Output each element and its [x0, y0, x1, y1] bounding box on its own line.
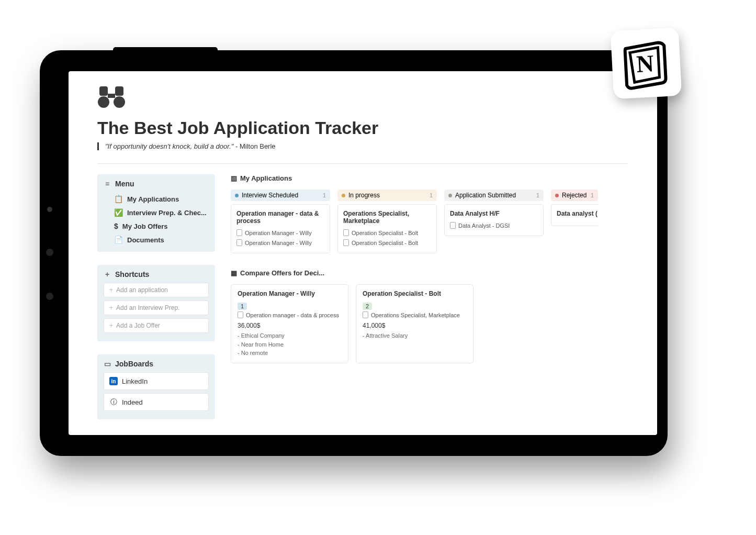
kanban-col-in-progress: In progress 1 Operations Specialist, Mar…: [337, 190, 437, 253]
col-title: Interview Scheduled: [242, 192, 298, 199]
compare-title: Operation Manager - Willy: [238, 290, 342, 297]
col-header[interactable]: Rejected 1: [551, 190, 598, 201]
tablet-frame: The Best Job Application Tracker "If opp…: [40, 50, 668, 456]
page-icon: [343, 239, 349, 246]
applications-section-title[interactable]: ▥ My Applications: [231, 174, 628, 182]
kanban-col-rejected: Rejected 1 Data analyst (: [551, 190, 598, 253]
screen: The Best Job Application Tracker "If opp…: [69, 71, 657, 435]
notion-logo-badge: N: [611, 28, 682, 99]
shortcut-label: Add an application: [116, 286, 168, 294]
card-title: Data Analyst H/F: [450, 210, 538, 217]
linkedin-icon: in: [109, 377, 118, 385]
clipboard-icon: 📋: [114, 195, 123, 203]
page-icon[interactable]: [97, 84, 628, 113]
menu-item-label: My Applications: [127, 195, 179, 203]
col-header[interactable]: Application Submitted 1: [444, 190, 544, 201]
doc-label: Operation Manager - Willy: [245, 230, 312, 236]
check-icon: ✅: [114, 208, 123, 217]
kanban-board: Interview Scheduled 1 Operation manager …: [231, 190, 628, 253]
col-header[interactable]: Interview Scheduled 1: [231, 190, 330, 201]
menu-item-label: My Job Offers: [122, 222, 168, 230]
jobboards-label: JobBoards: [115, 360, 153, 368]
doc-label: Operations Specialist, Marketplace: [371, 312, 460, 318]
menu-item-applications[interactable]: 📋 My Applications: [104, 192, 209, 206]
note-text: - Ethical Company: [238, 331, 342, 340]
indeed-icon: ⓘ: [109, 398, 118, 406]
shortcut-label: Add a Job Offer: [116, 322, 160, 329]
svg-text:N: N: [636, 50, 655, 77]
svg-rect-3: [108, 94, 115, 98]
svg-point-5: [114, 96, 125, 108]
status-dot: [235, 194, 239, 197]
compare-card[interactable]: Operation Specialist - Bolt 2 Operations…: [356, 284, 473, 363]
kanban-card[interactable]: Operations Specialist, Marketplace Opera…: [337, 204, 437, 253]
shortcut-label: Add an Interview Prep.: [116, 304, 179, 311]
kanban-card[interactable]: Operation manager - data & process Opera…: [231, 204, 330, 253]
add-job-offer-button[interactable]: + Add a Job Offer: [104, 318, 209, 333]
plus-icon: +: [104, 270, 111, 278]
add-interview-prep-button[interactable]: + Add an Interview Prep.: [104, 300, 209, 315]
page-icon: [236, 239, 242, 246]
jobboard-label: LinkedIn: [122, 377, 148, 385]
menu-item-job-offers[interactable]: $ My Job Offers: [104, 219, 209, 233]
col-title: Application Submitted: [455, 192, 516, 199]
menu-block: ≡ Menu 📋 My Applications ✅ Interview Pre…: [97, 174, 215, 252]
page-icon: [343, 229, 349, 236]
compare-gallery: Operation Manager - Willy 1 Operation ma…: [231, 284, 628, 363]
page-icon: [363, 311, 368, 318]
jobboard-linkedin[interactable]: in LinkedIn: [104, 372, 209, 390]
quote-text: "If opportunity doesn't knock, build a d…: [105, 142, 233, 150]
board-icon: ▥: [231, 174, 237, 182]
status-dot: [448, 194, 452, 197]
col-count: 1: [536, 192, 539, 198]
doc-link[interactable]: Operation manager - data & process: [238, 310, 342, 320]
menu-label: Menu: [115, 180, 134, 188]
kanban-card[interactable]: Data Analyst H/F Data Analyst - DGSI: [444, 204, 544, 236]
compare-card[interactable]: Operation Manager - Willy 1 Operation ma…: [231, 284, 348, 363]
section-title-text: Compare Offers for Deci...: [240, 269, 324, 277]
doc-link[interactable]: Data Analyst - DGSI: [450, 220, 538, 230]
doc-link[interactable]: Operation Specialist - Bolt: [343, 228, 431, 238]
kanban-card[interactable]: Data analyst (: [551, 204, 598, 226]
card-title: Operations Specialist, Marketplace: [343, 210, 431, 225]
page-icon: [236, 229, 242, 236]
doc-link[interactable]: Operation Specialist - Bolt: [343, 238, 431, 248]
quote-author: - Milton Berle: [233, 142, 275, 150]
shortcuts-label: Shortcuts: [115, 270, 149, 278]
plus-icon: +: [109, 286, 113, 294]
binoculars-icon: [97, 84, 126, 108]
note-text: - No remote: [238, 349, 342, 358]
kanban-col-interview-scheduled: Interview Scheduled 1 Operation manager …: [231, 190, 330, 253]
jobboards-header: ▭ JobBoards: [104, 360, 209, 368]
section-title-text: My Applications: [240, 174, 292, 182]
browser-icon: ▭: [104, 360, 111, 368]
salary-text: 41,000$: [363, 322, 467, 329]
hamburger-icon: ≡: [104, 180, 111, 188]
rank-badge: 2: [363, 303, 372, 310]
divider: [97, 163, 628, 164]
col-title: Rejected: [562, 192, 586, 199]
compare-section-title[interactable]: ▦ Compare Offers for Deci...: [231, 269, 628, 277]
doc-link[interactable]: Operation Manager - Willy: [236, 238, 324, 248]
page-title[interactable]: The Best Job Application Tracker: [97, 118, 628, 138]
note-text: - Attractive Salary: [363, 331, 467, 340]
document-icon: 📄: [114, 236, 123, 244]
quote-block: "If opportunity doesn't knock, build a d…: [97, 142, 628, 150]
svg-point-4: [98, 96, 109, 108]
gallery-icon: ▦: [231, 269, 237, 277]
doc-label: Operation Specialist - Bolt: [352, 230, 418, 236]
add-application-button[interactable]: + Add an application: [104, 283, 209, 297]
menu-item-interview-prep[interactable]: ✅ Interview Prep. & Chec...: [104, 206, 209, 219]
menu-item-label: Documents: [127, 236, 164, 244]
doc-link[interactable]: Operations Specialist, Marketplace: [363, 310, 467, 320]
doc-link[interactable]: Operation Manager - Willy: [236, 228, 324, 238]
col-header[interactable]: In progress 1: [337, 190, 437, 201]
menu-item-documents[interactable]: 📄 Documents: [104, 233, 209, 247]
kanban-col-submitted: Application Submitted 1 Data Analyst H/F…: [444, 190, 544, 253]
shortcuts-block: + Shortcuts + Add an application + Add a…: [97, 265, 215, 341]
jobboards-block: ▭ JobBoards in LinkedIn ⓘ Indeed: [97, 354, 215, 419]
shortcuts-header: + Shortcuts: [104, 270, 209, 278]
jobboard-indeed[interactable]: ⓘ Indeed: [104, 393, 209, 411]
page-icon: [450, 222, 456, 229]
plus-icon: +: [109, 304, 113, 311]
